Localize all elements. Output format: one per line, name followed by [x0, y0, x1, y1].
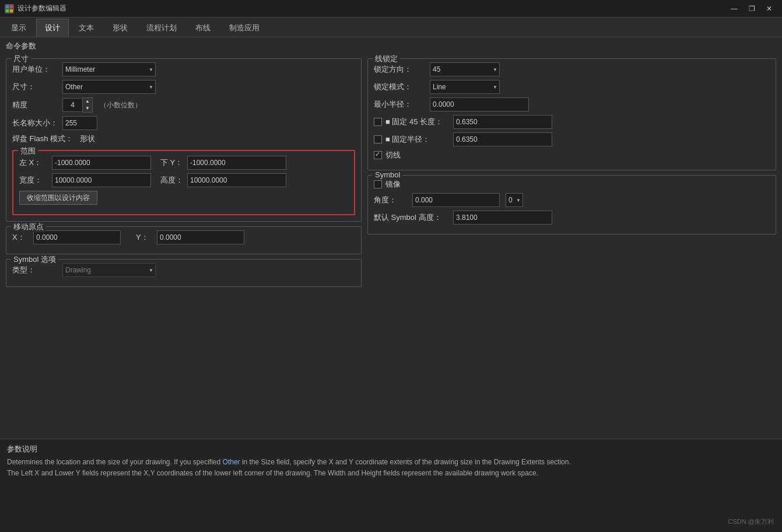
- pad-flash-label: 焊盘 Flash 模式：: [12, 134, 76, 144]
- origin-x-input[interactable]: [33, 230, 121, 244]
- window-controls: — ❐ ✕: [726, 2, 777, 15]
- tab-manufacturing[interactable]: 制造应用: [220, 19, 268, 37]
- window-title: 设计参数编辑器: [17, 4, 66, 13]
- tangent-label: 切线: [385, 150, 401, 160]
- tab-design[interactable]: 设计: [36, 19, 69, 37]
- user-unit-row: 用户单位： Millimeter Inch Mil: [12, 62, 355, 76]
- lock-mode-select[interactable]: Line Arc: [430, 80, 500, 94]
- left-panel: 尺寸 用户单位： Millimeter Inch Mil 尺寸：: [6, 58, 362, 450]
- mirror-label: 镜像: [385, 179, 401, 190]
- precision-row: 精度 ▲ ▼ （小数位数）: [12, 97, 355, 113]
- precision-up-button[interactable]: ▲: [83, 98, 92, 105]
- size-select[interactable]: Other A4 A3 B: [62, 80, 156, 94]
- lower-y-input[interactable]: [187, 156, 286, 170]
- long-name-input[interactable]: [62, 116, 97, 130]
- title-bar-left: 设计参数编辑器: [5, 4, 66, 13]
- lock-mode-select-wrapper: Line Arc: [430, 80, 500, 94]
- description-section: 参数说明 Determines the location and the siz…: [0, 439, 782, 532]
- fixed-radius-label: ■ 固定半径：: [385, 134, 450, 145]
- symbol-group: Symbol 镜像 角度： 0.000 90.000 默认 Symbo: [367, 175, 776, 235]
- fixed-radius-input[interactable]: [453, 132, 552, 146]
- size-label: 尺寸：: [12, 82, 59, 92]
- origin-y-input[interactable]: [157, 230, 244, 244]
- app-icon: [5, 4, 14, 13]
- right-panel: 线锁定 锁定方向： 45 90 Any 锁定模式： Line: [367, 58, 776, 450]
- user-unit-label: 用户单位：: [12, 64, 59, 75]
- default-height-label: 默认 Symbol 高度：: [374, 212, 450, 223]
- lock-dir-label: 锁定方向：: [374, 64, 426, 75]
- user-unit-select-wrapper: Millimeter Inch Mil: [62, 62, 156, 76]
- fixed45-checkbox[interactable]: [374, 118, 382, 126]
- min-radius-label: 最小半径：: [374, 99, 426, 110]
- symbol-type-label: 类型：: [12, 265, 59, 275]
- range-xy-row: 左 X： 下 Y：: [19, 156, 348, 170]
- default-height-input[interactable]: [453, 211, 552, 225]
- minimize-button[interactable]: —: [726, 2, 742, 15]
- angle-select-wrapper: 0.000 90.000: [506, 193, 523, 207]
- fixed-radius-checkbox[interactable]: [374, 135, 382, 144]
- svg-rect-3: [10, 9, 13, 12]
- fixed45-label: ■ 固定 45 长度：: [385, 117, 450, 127]
- restore-button[interactable]: ❐: [744, 2, 760, 15]
- angle-row: 角度： 0.000 90.000: [374, 193, 770, 207]
- symbol-group-title: Symbol: [373, 170, 402, 179]
- line-lock-title: 线锁定: [373, 54, 400, 64]
- section-label: 命令参数: [0, 37, 782, 54]
- lock-mode-row: 锁定模式： Line Arc: [374, 80, 770, 94]
- description-title: 参数说明: [7, 444, 775, 454]
- svg-rect-0: [6, 5, 9, 8]
- fixed-radius-row: ■ 固定半径：: [374, 132, 770, 146]
- fixed45-input[interactable]: [453, 115, 552, 129]
- lock-dir-select-wrapper: 45 90 Any: [430, 62, 500, 76]
- symbol-type-select[interactable]: Drawing: [62, 263, 156, 277]
- svg-rect-2: [6, 9, 9, 12]
- precision-input[interactable]: [62, 98, 83, 112]
- min-radius-input[interactable]: [430, 97, 529, 111]
- precision-spinner: ▲ ▼: [62, 97, 93, 113]
- width-label: 宽度：: [19, 175, 48, 186]
- precision-down-button[interactable]: ▼: [83, 105, 92, 112]
- watermark: CSDN @朱万利: [728, 517, 774, 526]
- tab-display[interactable]: 显示: [2, 19, 35, 37]
- precision-label: 精度: [12, 100, 59, 110]
- symbol-options-title: Symbol 选项: [11, 254, 58, 265]
- angle-input[interactable]: [412, 193, 500, 207]
- lower-y-label: 下 Y：: [160, 158, 184, 168]
- lock-dir-select[interactable]: 45 90 Any: [430, 62, 500, 76]
- tangent-checkbox[interactable]: [374, 151, 382, 159]
- move-origin-title: 移动原点: [11, 222, 46, 232]
- shrink-button[interactable]: 收缩范围以设计内容: [19, 191, 97, 205]
- tab-process[interactable]: 流程计划: [138, 19, 185, 37]
- lock-dir-row: 锁定方向： 45 90 Any: [374, 62, 770, 76]
- tab-text[interactable]: 文本: [70, 19, 103, 37]
- origin-xy-row: X： Y：: [12, 230, 355, 244]
- highlight-other: Other: [223, 458, 240, 466]
- precision-spinner-buttons: ▲ ▼: [83, 97, 93, 113]
- origin-y-label: Y：: [136, 232, 153, 243]
- angle-label: 角度：: [374, 195, 409, 205]
- left-x-input[interactable]: [52, 156, 151, 170]
- origin-x-label: X：: [12, 232, 30, 243]
- mirror-row: 镜像: [374, 179, 770, 190]
- height-label: 高度：: [160, 175, 184, 186]
- mirror-checkbox[interactable]: [374, 180, 382, 188]
- range-group-title: 范围: [18, 146, 38, 156]
- pad-flash-row: 焊盘 Flash 模式： 形状: [12, 134, 355, 144]
- angle-select[interactable]: 0.000 90.000: [506, 193, 523, 207]
- symbol-type-row: 类型： Drawing: [12, 263, 355, 277]
- default-height-row: 默认 Symbol 高度：: [374, 211, 770, 225]
- size-select-wrapper: Other A4 A3 B: [62, 80, 156, 94]
- tangent-row: 切线: [374, 150, 770, 160]
- fixed45-row: ■ 固定 45 长度：: [374, 115, 770, 129]
- tab-routing[interactable]: 布线: [187, 19, 219, 37]
- close-button[interactable]: ✕: [761, 2, 777, 15]
- precision-note: （小数位数）: [100, 100, 142, 110]
- width-input[interactable]: [52, 173, 151, 187]
- tab-shape[interactable]: 形状: [104, 19, 136, 37]
- tab-bar: 显示 设计 文本 形状 流程计划 布线 制造应用: [0, 18, 782, 37]
- move-origin-group: 移动原点 X： Y：: [6, 226, 362, 254]
- user-unit-select[interactable]: Millimeter Inch Mil: [62, 62, 156, 76]
- height-input[interactable]: [187, 173, 286, 187]
- size-row: 尺寸： Other A4 A3 B: [12, 80, 355, 94]
- range-wh-row: 宽度： 高度：: [19, 173, 348, 187]
